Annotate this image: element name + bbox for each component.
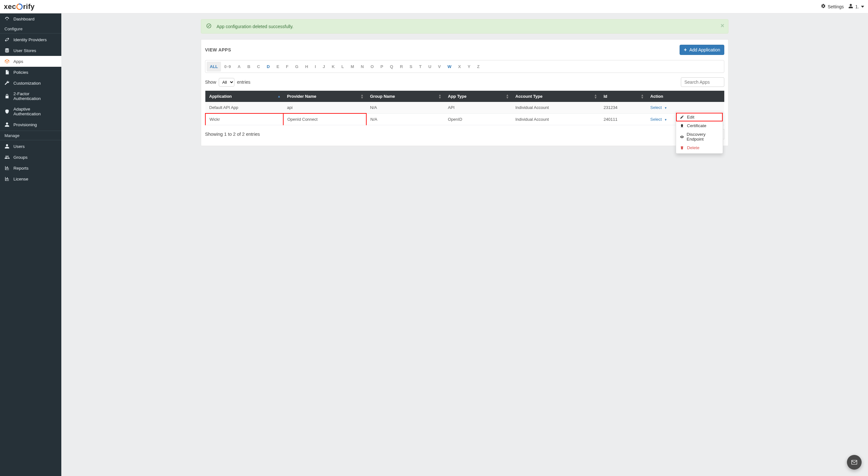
col-provider[interactable]: Provider Name▲▼ bbox=[283, 91, 366, 102]
sidebar-item-user-stores[interactable]: User Stores bbox=[0, 45, 61, 56]
alpha-pill[interactable]: E bbox=[273, 62, 283, 71]
show-entries-select[interactable]: All bbox=[219, 78, 235, 87]
sidebar-label: 2-Factor Authentication bbox=[13, 91, 57, 101]
cell-id: 231234 bbox=[600, 102, 646, 113]
alpha-pill[interactable]: D bbox=[264, 62, 273, 71]
sidebar-label: Users bbox=[13, 144, 25, 149]
sidebar-label: Customization bbox=[13, 81, 41, 86]
alert-close-button[interactable]: × bbox=[720, 22, 724, 29]
alpha-pill[interactable]: B bbox=[244, 62, 254, 71]
alpha-pill[interactable]: A bbox=[235, 62, 244, 71]
alpha-pill[interactable]: N bbox=[358, 62, 367, 71]
alpha-pill[interactable]: G bbox=[292, 62, 302, 71]
alpha-pill[interactable]: F bbox=[283, 62, 292, 71]
cell-group: N/A bbox=[366, 102, 444, 113]
sidebar-item-license[interactable]: License bbox=[0, 174, 61, 184]
sidebar-item-dashboard[interactable]: Dashboard bbox=[0, 13, 61, 24]
alpha-pill[interactable]: X bbox=[455, 62, 465, 71]
col-id[interactable]: Id▲▼ bbox=[600, 91, 646, 102]
select-action-link[interactable]: Select ▼ bbox=[650, 117, 667, 122]
col-app-type[interactable]: App Type▲▼ bbox=[444, 91, 512, 102]
database-icon bbox=[4, 48, 9, 53]
sidebar-item-customization[interactable]: Customization bbox=[0, 78, 61, 88]
sidebar-label: Dashboard bbox=[13, 17, 34, 21]
gear-icon bbox=[821, 3, 826, 9]
user-menu[interactable]: 1. bbox=[848, 3, 864, 9]
svg-point-1 bbox=[681, 124, 683, 126]
sidebar-item-provisioning[interactable]: Provisioning bbox=[0, 119, 61, 130]
cell-provider: api bbox=[283, 102, 366, 113]
sidebar-item-users[interactable]: Users bbox=[0, 141, 61, 152]
alpha-pill[interactable]: C bbox=[254, 62, 264, 71]
cell-app_type: OpenID bbox=[444, 113, 512, 125]
alpha-pill[interactable]: U bbox=[425, 62, 435, 71]
alpha-pill[interactable]: I bbox=[312, 62, 320, 71]
search-apps-input[interactable] bbox=[681, 77, 724, 87]
alpha-pill[interactable]: K bbox=[329, 62, 338, 71]
cell-account_type: Individual Account bbox=[512, 102, 600, 113]
sidebar-item-reports[interactable]: Reports bbox=[0, 162, 61, 174]
col-group[interactable]: Group Name▲▼ bbox=[366, 91, 444, 102]
mail-fab[interactable] bbox=[847, 455, 862, 470]
dropdown-delete[interactable]: Delete bbox=[676, 143, 723, 152]
alpha-pill[interactable]: L bbox=[338, 62, 347, 71]
person-icon bbox=[4, 122, 9, 127]
alpha-pill[interactable]: T bbox=[416, 62, 425, 71]
alpha-pill[interactable]: P bbox=[377, 62, 387, 71]
alpha-pill-all[interactable]: ALL bbox=[207, 62, 221, 71]
sidebar-item-apps[interactable]: Apps bbox=[0, 56, 61, 67]
alpha-pill[interactable]: V bbox=[435, 62, 444, 71]
sidebar-label: License bbox=[13, 177, 28, 181]
cell-application: Default API App bbox=[205, 102, 283, 113]
alpha-pill[interactable]: H bbox=[302, 62, 311, 71]
sidebar-item-groups[interactable]: Groups bbox=[0, 152, 61, 162]
alpha-pill[interactable]: Y bbox=[464, 62, 474, 71]
sidebar-item-adaptive-auth[interactable]: Adaptive Authentication bbox=[0, 104, 61, 119]
settings-label: Settings bbox=[828, 4, 844, 9]
table-row: WickrOpenId ConnectN/AOpenIDIndividual A… bbox=[205, 113, 724, 125]
alpha-pill[interactable]: W bbox=[444, 62, 455, 71]
lock-icon bbox=[4, 94, 9, 99]
add-application-button[interactable]: + Add Application bbox=[680, 45, 724, 55]
sidebar-label: User Stores bbox=[13, 48, 36, 53]
certificate-icon bbox=[680, 124, 684, 128]
caret-down-icon bbox=[861, 4, 864, 9]
alpha-pill[interactable]: O bbox=[367, 62, 377, 71]
sidebar-item-identity-providers[interactable]: Identity Providers bbox=[0, 34, 61, 45]
alpha-pill[interactable]: Z bbox=[474, 62, 483, 71]
alpha-pill[interactable]: M bbox=[347, 62, 358, 71]
eye-icon bbox=[680, 135, 684, 139]
alpha-pill[interactable]: 0-9 bbox=[221, 62, 235, 71]
show-label-before: Show bbox=[205, 80, 216, 85]
sidebar-item-policies[interactable]: Policies bbox=[0, 67, 61, 78]
dropdown-edit-label: Edit bbox=[687, 115, 694, 119]
shield-icon bbox=[4, 109, 9, 114]
sidebar-section-manage: Manage bbox=[0, 131, 61, 140]
alpha-pill[interactable]: J bbox=[319, 62, 328, 71]
topbar: xec rify Settings 1. bbox=[0, 0, 868, 13]
settings-button[interactable]: Settings bbox=[821, 3, 844, 9]
dropdown-edit[interactable]: Edit bbox=[676, 113, 723, 121]
sidebar-label: Apps bbox=[13, 59, 23, 64]
action-dropdown: Edit Certificate Discovery Endpoint Dele… bbox=[676, 111, 723, 154]
sidebar-label: Groups bbox=[13, 155, 28, 160]
alpha-pill[interactable]: R bbox=[397, 62, 406, 71]
wrench-icon bbox=[4, 81, 9, 86]
col-action: Action bbox=[646, 91, 724, 102]
brand-suffix: rify bbox=[23, 3, 34, 11]
col-application[interactable]: Application▲ bbox=[205, 91, 283, 102]
add-application-label: Add Application bbox=[689, 47, 720, 52]
sidebar-label: Provisioning bbox=[13, 122, 37, 127]
cell-group: N/A bbox=[366, 113, 444, 125]
dropdown-certificate[interactable]: Certificate bbox=[676, 121, 723, 130]
view-apps-panel: VIEW APPS + Add Application ALL0-9ABCDEF… bbox=[201, 39, 728, 146]
col-account-type[interactable]: Account Type▲▼ bbox=[512, 91, 600, 102]
sidebar-item-2fa[interactable]: 2-Factor Authentication bbox=[0, 88, 61, 104]
sidebar-label: Adaptive Authentication bbox=[13, 107, 57, 116]
dropdown-discovery[interactable]: Discovery Endpoint bbox=[676, 130, 723, 143]
alpha-pill[interactable]: S bbox=[406, 62, 416, 71]
svg-rect-2 bbox=[852, 460, 857, 465]
select-action-link[interactable]: Select ▼ bbox=[650, 105, 667, 110]
alpha-pill[interactable]: Q bbox=[387, 62, 397, 71]
group-icon bbox=[4, 155, 9, 160]
